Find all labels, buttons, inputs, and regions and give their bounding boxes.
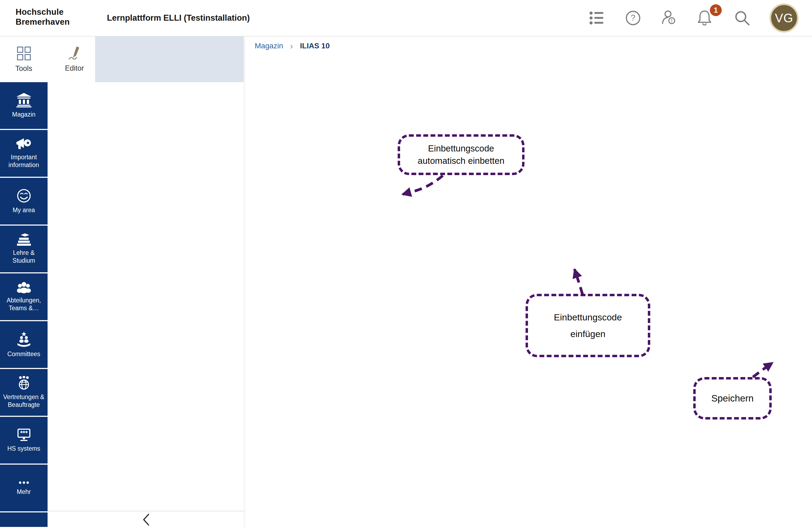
sidebar-item-label: Mehr bbox=[17, 488, 31, 496]
megaphone-icon bbox=[16, 138, 31, 150]
slate-area bbox=[95, 36, 244, 82]
sidebar-stub bbox=[0, 512, 47, 527]
sidebar-item-label: Abteilungen, Teams &… bbox=[1, 296, 46, 312]
breadcrumb-current: ILIAS 10 bbox=[300, 42, 330, 50]
sidebar-item-label: Vertretungen & Beauftragte bbox=[1, 393, 46, 409]
platform-title: Lernplattform ELLI (Testinstallation) bbox=[107, 0, 250, 36]
avatar[interactable]: VG bbox=[770, 3, 799, 32]
notifications-button[interactable] bbox=[695, 0, 714, 36]
main-content bbox=[244, 36, 812, 528]
breadcrumb-magazin[interactable]: Magazin bbox=[255, 42, 283, 50]
user-alert-icon: ! bbox=[661, 10, 678, 27]
svg-text:***: *** bbox=[20, 429, 28, 437]
sidebar-item-my-area[interactable]: My area bbox=[0, 178, 47, 224]
smiley-icon bbox=[17, 189, 31, 203]
main-sidebar: Tools Magazin bbox=[0, 36, 47, 528]
committee-icon bbox=[16, 332, 31, 347]
sidebar-item-label: Committees bbox=[7, 350, 40, 358]
help-icon: ? bbox=[625, 10, 641, 26]
sidebar-item-magazin[interactable]: Magazin bbox=[0, 82, 47, 129]
sidebar-item-lehre-studium[interactable]: Lehre & Studium bbox=[0, 225, 47, 272]
university-logo[interactable]: Hochschule Bremerhaven bbox=[16, 7, 70, 27]
sidebar-item-important-information[interactable]: Important information bbox=[0, 130, 47, 177]
sidebar-item-label: Lehre & Studium bbox=[1, 249, 46, 265]
logo-line2: Bremerhaven bbox=[16, 17, 70, 27]
bullet-list-icon bbox=[589, 11, 604, 25]
user-status-button[interactable]: ! bbox=[659, 0, 679, 36]
callout-auto-embed: Einbettungscode automatisch einbetten bbox=[398, 134, 524, 175]
sidebar-item-label: My area bbox=[13, 206, 35, 214]
sidebar-item-vertretungen[interactable]: Vertretungen & Beauftragte bbox=[0, 369, 47, 416]
search-icon bbox=[734, 10, 751, 26]
svg-text:?: ? bbox=[630, 13, 635, 23]
sidebar-item-label: Important information bbox=[1, 153, 46, 169]
ellipsis-icon bbox=[16, 481, 31, 485]
ilias-page: Hochschule Bremerhaven Lernplattform ELL… bbox=[0, 0, 812, 528]
sidebar-item-mehr[interactable]: Mehr bbox=[0, 465, 47, 511]
collapse-panel-button[interactable] bbox=[47, 511, 244, 528]
help-button[interactable]: ? bbox=[624, 0, 642, 36]
people-group-icon bbox=[16, 281, 31, 293]
sidebar-item-label: Tools bbox=[15, 64, 32, 73]
callout-paste-code: Einbettungscode einfügen bbox=[525, 294, 650, 357]
sidebar-item-committees[interactable]: Committees bbox=[0, 321, 47, 368]
editor-pen-icon bbox=[68, 46, 82, 60]
top-header: Hochschule Bremerhaven Lernplattform ELL… bbox=[0, 0, 812, 36]
notification-badge: 1 bbox=[710, 4, 722, 16]
sidebar-item-label: Magazin bbox=[12, 111, 35, 118]
logo-line1: Hochschule bbox=[16, 7, 70, 17]
callout-save: Speichern bbox=[693, 377, 772, 420]
todo-list-icon[interactable] bbox=[588, 0, 606, 36]
breadcrumb: Magazin › ILIAS 10 bbox=[255, 40, 330, 52]
tools-grid-icon bbox=[17, 46, 31, 61]
sidebar-item-label: Editor bbox=[65, 64, 84, 73]
sidebar-item-label: HS systems bbox=[7, 445, 40, 453]
chevron-left-icon bbox=[142, 513, 150, 526]
svg-text:!: ! bbox=[671, 17, 672, 24]
globe-people-icon bbox=[16, 376, 31, 390]
sidebar-item-abteilungen-teams[interactable]: Abteilungen, Teams &… bbox=[0, 274, 47, 320]
chevron-right-icon: › bbox=[290, 41, 293, 51]
sidebar-nav: Magazin Important information My area bbox=[0, 82, 47, 527]
monitor-icon: *** bbox=[16, 428, 31, 441]
editor-panel: Editor bbox=[47, 36, 244, 528]
bank-icon bbox=[16, 93, 31, 107]
sidebar-item-editor[interactable]: Editor bbox=[56, 42, 93, 77]
books-icon bbox=[16, 233, 31, 246]
search-button[interactable] bbox=[733, 0, 752, 36]
sidebar-item-tools[interactable]: Tools bbox=[0, 36, 47, 82]
sidebar-item-hs-systems[interactable]: *** HS systems bbox=[0, 417, 47, 464]
